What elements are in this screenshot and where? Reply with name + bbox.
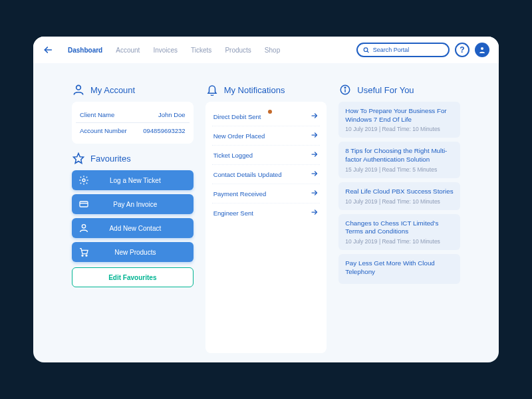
notifications-card: Direct Debit SentNew Order PlacedTicket … (205, 102, 327, 353)
search-icon (363, 47, 370, 54)
nav: DashboardAccountInvoicesTicketsProductsS… (68, 47, 280, 54)
notification-badge (268, 110, 272, 114)
svg-line-2 (367, 51, 368, 52)
col-account: My Account Client NameJohn DoeAccount Nu… (72, 83, 194, 353)
notification-label: Direct Debit Sent (213, 113, 261, 120)
col-notifications: My Notifications Direct Debit SentNew Or… (205, 83, 327, 353)
nav-dashboard[interactable]: Dashboard (68, 47, 102, 54)
nav-invoices[interactable]: Invoices (153, 47, 178, 54)
useful-card-meta: 10 July 2019 | Read Time: 10 Minutes (345, 238, 454, 245)
notification-item[interactable]: Contact Details Updated (212, 165, 321, 184)
star-icon (72, 152, 85, 165)
header: DashboardAccountInvoicesTicketsProductsS… (33, 37, 499, 63)
notification-item[interactable]: New Order Placed (212, 126, 321, 146)
favourites-list: Log a New TicketPay An InvoiceAdd New Co… (72, 170, 194, 266)
nav-shop[interactable]: Shop (265, 47, 280, 54)
useful-card[interactable]: 8 Tips for Choosing the Right Multi-fact… (338, 142, 460, 178)
svg-point-4 (76, 85, 81, 90)
arrow-right-icon (311, 112, 319, 121)
useful-list: How To Prepare Your Business For Windows… (338, 102, 460, 288)
useful-card-meta: 10 July 2019 | Read Time: 10 Minutes (345, 198, 454, 205)
account-value: John Doe (158, 111, 186, 118)
arrow-right-icon (311, 189, 319, 198)
account-card: Client NameJohn DoeAccount Number0948596… (72, 102, 194, 144)
useful-title: Useful For You (338, 83, 460, 96)
useful-card-title: Real Life Cloud PBX Success Stories (345, 188, 454, 196)
fav-button-log-a-new-ticket[interactable]: Log a New Ticket (72, 170, 194, 190)
fav-button-label: New Products (84, 249, 187, 256)
useful-card[interactable]: How To Prepare Your Business For Windows… (338, 102, 460, 138)
useful-card-title: 8 Tips for Choosing the Right Multi-fact… (345, 147, 454, 164)
account-row: Client NameJohn Doe (78, 107, 187, 122)
arrow-right-icon (311, 150, 319, 160)
bell-icon (205, 83, 219, 96)
help-button[interactable]: ? (455, 43, 469, 57)
notifications-title: My Notifications (205, 83, 327, 96)
nav-account[interactable]: Account (116, 47, 140, 54)
svg-point-20 (345, 87, 346, 88)
user-icon (478, 46, 486, 54)
useful-card[interactable]: Pay Less Get More With Cloud Telephony (338, 254, 460, 283)
fav-button-new-products[interactable]: New Products (72, 242, 194, 262)
arrow-right-icon (311, 208, 319, 217)
arrow-right-icon (311, 170, 319, 179)
fav-button-label: Log a New Ticket (84, 177, 187, 184)
notification-item[interactable]: Engineer Sent (212, 203, 321, 222)
useful-card-title: Changes to Chess ICT Limited's Terms and… (345, 219, 454, 236)
nav-products[interactable]: Products (225, 47, 251, 54)
notification-item[interactable]: Ticket Logged (212, 146, 321, 165)
useful-card-meta: 10 July 2019 | Read Time: 10 Minutes (345, 126, 454, 132)
fav-button-label: Add New Contact (84, 225, 187, 232)
svg-point-10 (82, 255, 83, 256)
notification-label: Engineer Sent (213, 209, 253, 217)
fav-button-pay-an-invoice[interactable]: Pay An Invoice (72, 194, 194, 214)
user-icon (72, 83, 85, 96)
nav-tickets[interactable]: Tickets (191, 47, 211, 54)
account-value: 094859693232 (143, 127, 185, 134)
app-window: DashboardAccountInvoicesTicketsProductsS… (33, 37, 499, 362)
profile-button[interactable] (475, 43, 489, 57)
col-useful: Useful For You How To Prepare Your Busin… (338, 83, 460, 353)
info-icon (338, 83, 352, 96)
notification-label: New Order Placed (213, 132, 265, 140)
notification-label: Ticket Logged (213, 152, 253, 159)
account-label: Client Name (80, 111, 114, 118)
fav-button-label: Pay An Invoice (84, 201, 187, 208)
notification-label: Contact Details Updated (213, 171, 282, 178)
useful-card[interactable]: Real Life Cloud PBX Success Stories10 Ju… (338, 182, 460, 210)
notification-item[interactable]: Direct Debit Sent (212, 107, 321, 126)
account-title: My Account (72, 83, 194, 96)
useful-card[interactable]: Changes to Chess ICT Limited's Terms and… (338, 214, 460, 250)
content: My Account Client NameJohn DoeAccount Nu… (33, 63, 499, 362)
svg-point-3 (481, 47, 483, 50)
notification-item[interactable]: Payment Received (212, 184, 321, 203)
back-arrow-icon[interactable] (43, 45, 53, 55)
search-box[interactable] (356, 43, 450, 57)
notification-label: Payment Received (213, 190, 267, 198)
account-label: Account Number (80, 127, 127, 134)
favourites-title: Favourites (72, 152, 194, 165)
search-input[interactable] (373, 47, 443, 53)
svg-marker-5 (74, 154, 84, 164)
useful-card-title: Pay Less Get More With Cloud Telephony (345, 259, 454, 276)
svg-point-1 (364, 47, 368, 51)
useful-card-meta: 15 July 2019 | Read Time: 5 Minutes (345, 166, 454, 173)
fav-button-add-new-contact[interactable]: Add New Contact (72, 218, 194, 238)
useful-card-title: How To Prepare Your Business For Windows… (345, 107, 454, 124)
edit-favourites-button[interactable]: Edit Favourites (72, 267, 194, 287)
arrow-right-icon (311, 131, 319, 140)
account-row: Account Number094859693232 (78, 123, 187, 138)
